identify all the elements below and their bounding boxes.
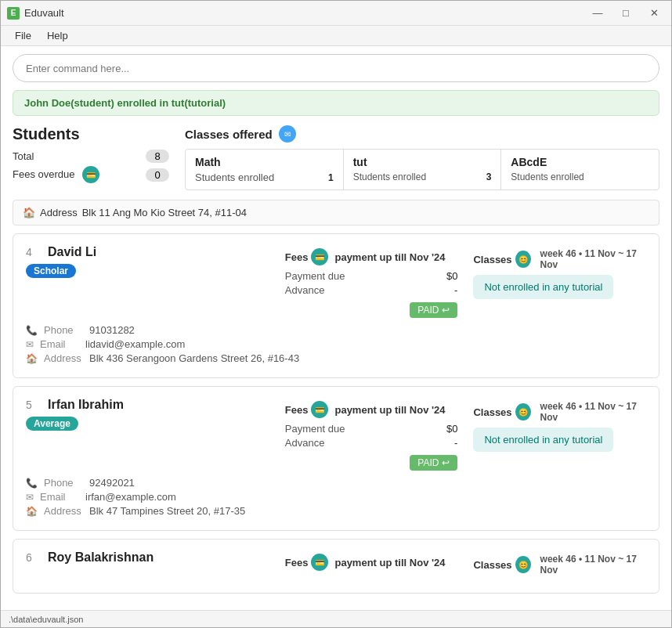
- class-name-abcde: ABcdE: [511, 156, 649, 168]
- student-5-address-value: Blk 47 Tampines Street 20, #17-35: [89, 505, 245, 517]
- app-title: Eduvault: [24, 7, 587, 19]
- app-window: E Eduvault — □ ✕ File Help John Doe(stud…: [0, 0, 672, 628]
- student-4-tag-label: Scholar: [26, 264, 76, 278]
- student-6-num: 6: [26, 551, 42, 564]
- student-5-name-row: 5 Irfan Ibrahim: [26, 398, 124, 412]
- minimize-button[interactable]: —: [587, 5, 609, 22]
- student-5-email-label: Email: [40, 491, 79, 503]
- email-icon-5: ✉: [26, 492, 34, 503]
- student-4-advance-value: -: [454, 284, 457, 296]
- main-content: John Doe(student) enrolled in tut(tutori…: [1, 46, 671, 610]
- student-5-num: 5: [26, 399, 42, 411]
- address-value: Blk 11 Ang Mo Kio Street 74, #11-04: [82, 207, 247, 218]
- student-5-not-enrolled: Not enrolled in any tutorial: [473, 428, 613, 452]
- student-5-fees-period: payment up till Nov '24: [334, 404, 445, 416]
- student-5-address-label: Address: [44, 505, 83, 517]
- student-4-classes-icon: 😊: [515, 251, 531, 268]
- student-4-email-value: lidavid@example.com: [85, 338, 185, 350]
- student-5-payment-due: Payment due $0: [285, 423, 458, 435]
- address-bar: 🏠 Address Blk 11 Ang Mo Kio Street 74, #…: [13, 200, 659, 226]
- student-5-advance-value: -: [454, 437, 457, 449]
- fees-overdue-row: Fees overdue 💳 0: [13, 166, 169, 183]
- fees-overdue-value: 0: [146, 168, 169, 182]
- student-5-fees-classes: Fees 💳 payment up till Nov '24 Payment d…: [285, 401, 646, 471]
- notification-text: John Doe(student) enrolled in tut(tutori…: [24, 97, 226, 109]
- student-5-fees-title: Fees 💳 payment up till Nov '24: [285, 401, 458, 418]
- student-6-classes-box: Classes 😊 week 46 • 11 Nov ~ 17 Nov: [473, 554, 646, 580]
- student-4-fees-classes: Fees 💳 payment up till Nov '24 Payment d…: [285, 248, 646, 318]
- command-input[interactable]: [13, 54, 659, 82]
- student-6-left: 6 Roy Balakrishnan: [26, 550, 154, 565]
- student-4-classes-label: Classes: [473, 254, 511, 265]
- student-5-fees-box: Fees 💳 payment up till Nov '24 Payment d…: [285, 401, 458, 471]
- student-4-payment-due: Payment due $0: [285, 270, 458, 282]
- student-5-paid-badge: PAID ↩: [410, 455, 457, 471]
- student-6-fees-box: Fees 💳 payment up till Nov '24: [285, 554, 458, 580]
- student-4-classes-box: Classes 😊 week 46 • 11 Nov ~ 17 Nov Not …: [473, 248, 646, 318]
- student-5-phone-label: Phone: [44, 477, 83, 489]
- student-4-fees-period: payment up till Nov '24: [334, 251, 445, 263]
- maximize-button[interactable]: □: [615, 5, 637, 22]
- student-5-fees-label: Fees: [285, 404, 309, 416]
- menu-help[interactable]: Help: [39, 28, 76, 43]
- student-6-name-row: 6 Roy Balakrishnan: [26, 550, 154, 565]
- student-5-fees-icon: 💳: [311, 401, 328, 418]
- student-4-fees-icon: 💳: [311, 248, 328, 265]
- student-4-phone-row: 📞 Phone 91031282: [26, 324, 646, 336]
- student-4-fees-label: Fees: [285, 251, 309, 263]
- fees-overdue-label: Fees overdue 💳: [13, 166, 103, 183]
- student-4-phone-label: Phone: [44, 324, 83, 336]
- classes-section: Classes offered ✉ Math Students enrolled…: [185, 125, 659, 190]
- student-6-fees-classes: Fees 💳 payment up till Nov '24 Classes 😊…: [285, 554, 646, 580]
- class-name-math: Math: [195, 156, 334, 168]
- app-icon: E: [7, 7, 20, 20]
- paid-arrow-icon: ↩: [442, 305, 450, 316]
- student-4-address-label: Address: [44, 352, 83, 364]
- student-4-payment-label: Payment due: [285, 270, 345, 282]
- notification-banner: John Doe(student) enrolled in tut(tutori…: [13, 90, 659, 116]
- student-5-classes-icon: 😊: [515, 403, 531, 420]
- total-label: Total: [13, 150, 34, 162]
- total-value: 8: [146, 150, 169, 163]
- student-6-name: Roy Balakrishnan: [48, 550, 154, 565]
- status-path: .\data\eduvault.json: [9, 615, 83, 624]
- close-button[interactable]: ✕: [643, 5, 665, 22]
- student-5-left: 5 Irfan Ibrahim Average: [26, 398, 124, 431]
- student-6-fees-icon: 💳: [311, 554, 328, 571]
- student-5-classes-label: Classes: [473, 406, 511, 418]
- class-enrolled-abcde: Students enrolled: [511, 171, 649, 182]
- student-4-advance: Advance -: [285, 284, 458, 296]
- tut-enrolled-count: 3: [486, 171, 492, 182]
- student-4-email-label: Email: [40, 338, 79, 350]
- student-5-phone-row: 📞 Phone 92492021: [26, 477, 646, 489]
- student-4-advance-label: Advance: [285, 284, 325, 296]
- address-icon-4: 🏠: [26, 353, 38, 364]
- student-5-week-label: week 46 • 11 Nov ~ 17 Nov: [540, 401, 646, 423]
- class-enrolled-tut: Students enrolled 3: [353, 171, 492, 182]
- paid-arrow-icon-5: ↩: [442, 457, 450, 468]
- class-card-tut: tut Students enrolled 3: [344, 150, 502, 189]
- student-5-classes-box: Classes 😊 week 46 • 11 Nov ~ 17 Nov Not …: [473, 401, 646, 471]
- stats-section: Students Total 8 Fees overdue 💳 0 Classe…: [13, 125, 659, 190]
- address-icon-5: 🏠: [26, 506, 38, 517]
- student-5-address-row: 🏠 Address Blk 47 Tampines Street 20, #17…: [26, 505, 646, 517]
- student-5-header: 5 Irfan Ibrahim Average Fees 💳 payment u…: [26, 398, 646, 471]
- student-5-email-row: ✉ Email irfan@example.com: [26, 491, 646, 503]
- student-5-advance: Advance -: [285, 437, 458, 449]
- tut-enrolled-label: Students enrolled: [353, 171, 426, 182]
- math-enrolled-count: 1: [328, 172, 334, 183]
- student-5-email-value: irfan@example.com: [85, 491, 176, 503]
- menu-file[interactable]: File: [7, 28, 39, 43]
- student-card-6: 6 Roy Balakrishnan Fees 💳 payment up til…: [13, 539, 659, 594]
- student-6-classes-label: Classes: [473, 559, 511, 571]
- class-enrolled-math: Students enrolled 1: [195, 171, 334, 183]
- address-label: Address: [40, 207, 78, 218]
- fees-overdue-icon: 💳: [82, 166, 99, 183]
- student-5-advance-label: Advance: [285, 437, 325, 449]
- student-4-name-row: 4 David Li: [26, 245, 96, 259]
- menu-bar: File Help: [1, 26, 671, 46]
- student-4-not-enrolled: Not enrolled in any tutorial: [473, 275, 613, 299]
- student-4-num: 4: [26, 246, 42, 258]
- student-4-phone-value: 91031282: [89, 324, 135, 336]
- student-5-phone-value: 92492021: [89, 477, 135, 489]
